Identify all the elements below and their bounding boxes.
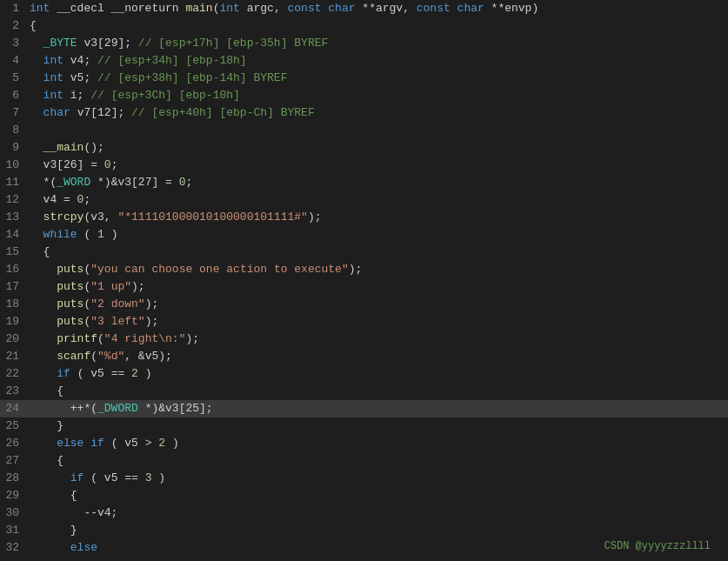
- line-number: 23: [0, 383, 26, 400]
- token-plain: ( v5 ==: [83, 471, 144, 484]
- token-cm: // [esp+38h] [ebp-14h] BYREF: [97, 71, 287, 84]
- token-kw: int: [43, 54, 63, 67]
- token-kw: char: [328, 2, 355, 15]
- token-plain: ;: [83, 193, 90, 206]
- line-content: puts("you can choose one action to execu…: [26, 261, 728, 278]
- token-plain: [30, 541, 70, 554]
- token-plain: ;: [111, 158, 118, 171]
- code-line: 10 v3[26] = 0;: [0, 157, 728, 174]
- token-str: "3 left": [90, 315, 144, 328]
- line-number: 6: [0, 87, 26, 104]
- line-number: 11: [0, 174, 26, 191]
- token-fn: puts: [57, 297, 83, 311]
- line-content: int i; // [esp+3Ch] [ebp-10h]: [26, 87, 728, 104]
- code-line: 28 if ( v5 == 3 ): [0, 470, 728, 487]
- line-content: {: [26, 244, 728, 261]
- token-kw: if: [70, 471, 84, 484]
- token-num: 2: [131, 367, 138, 380]
- token-plain: ( v5 >: [104, 437, 158, 450]
- line-content: *(_WORD *)&v3[27] = 0;: [26, 174, 728, 191]
- watermark: CSDN @yyyyzzzllll: [604, 540, 711, 552]
- line-content: {: [26, 17, 728, 35]
- token-plain: *(: [30, 176, 57, 189]
- token-plain: ++*(: [30, 402, 97, 415]
- token-fn: puts: [57, 263, 83, 276]
- token-type: _WORD: [57, 176, 90, 189]
- token-plain: *)&v3[27] =: [90, 176, 178, 189]
- line-number: 12: [0, 191, 26, 209]
- token-plain: **argv,: [356, 2, 417, 15]
- token-plain: [30, 437, 57, 450]
- token-kw: const: [417, 2, 451, 15]
- token-plain: [30, 71, 43, 84]
- line-number: 25: [0, 417, 26, 435]
- line-number: 32: [0, 539, 26, 557]
- code-container: 1int __cdecl __noreturn main(int argc, c…: [0, 0, 728, 561]
- token-plain: v4 =: [30, 193, 77, 206]
- code-lines: 1int __cdecl __noreturn main(int argc, c…: [0, 0, 728, 557]
- code-line: 27 {: [0, 452, 728, 470]
- token-num: 2: [158, 437, 165, 450]
- line-content: puts("3 left");: [26, 313, 728, 331]
- token-plain: --v4;: [30, 506, 117, 519]
- code-line: 26 else if ( v5 > 2 ): [0, 435, 728, 452]
- token-plain: {: [30, 19, 37, 32]
- line-number: 24: [0, 400, 26, 417]
- line-number: 1: [0, 0, 26, 17]
- line-number: 16: [0, 261, 26, 278]
- token-type: _DWORD: [97, 402, 138, 415]
- line-content: else if ( v5 > 2 ): [26, 435, 728, 452]
- line-content: puts("1 up");: [26, 278, 728, 296]
- token-cm: // [esp+17h] [ebp-35h] BYREF: [138, 37, 328, 50]
- code-line: 12 v4 = 0;: [0, 191, 728, 209]
- token-num: 0: [104, 158, 111, 171]
- token-plain: v5;: [63, 71, 97, 84]
- token-kw: char: [43, 106, 70, 119]
- token-kw: if: [90, 437, 104, 450]
- code-line: 14 while ( 1 ): [0, 226, 728, 244]
- token-plain: ( v5 ==: [70, 367, 131, 380]
- code-line: 23 {: [0, 383, 728, 400]
- token-fn: printf: [57, 332, 97, 345]
- code-line: 11 *(_WORD *)&v3[27] = 0;: [0, 174, 728, 191]
- line-content: {: [26, 383, 728, 400]
- token-kw: else: [57, 437, 83, 450]
- token-str: "%d": [97, 350, 124, 363]
- code-line: 21 scanf("%d", &v5);: [0, 348, 728, 365]
- code-line: 4 int v4; // [esp+34h] [ebp-18h]: [0, 52, 728, 70]
- token-plain: [451, 2, 458, 15]
- line-content: if ( v5 == 3 ): [26, 470, 728, 487]
- line-number: 31: [0, 522, 26, 539]
- code-line: 15 {: [0, 244, 728, 261]
- line-number: 17: [0, 278, 26, 296]
- line-number: 10: [0, 157, 26, 174]
- token-plain: [30, 297, 57, 311]
- code-line: 2{: [0, 17, 728, 35]
- token-kw: const: [287, 2, 321, 15]
- token-plain: [30, 332, 57, 345]
- token-plain: ): [104, 228, 118, 241]
- token-kw: int: [43, 71, 63, 84]
- token-num: 1: [97, 228, 104, 241]
- line-content: puts("2 down");: [26, 296, 728, 313]
- code-line: 16 puts("you can choose one action to ex…: [0, 261, 728, 278]
- token-plain: }: [30, 524, 77, 537]
- token-cm: // [esp+3Ch] [ebp-10h]: [90, 89, 240, 102]
- token-plain: );: [185, 332, 199, 345]
- line-content: if ( v5 == 2 ): [26, 365, 728, 383]
- line-number: 14: [0, 226, 26, 244]
- token-plain: [30, 54, 43, 67]
- token-plain: [30, 141, 43, 154]
- token-plain: [30, 280, 57, 293]
- line-number: 27: [0, 452, 26, 470]
- token-plain: ;: [185, 176, 192, 189]
- token-plain: v3[29];: [77, 37, 138, 50]
- code-line: 9 __main();: [0, 139, 728, 157]
- token-plain: (: [97, 332, 104, 345]
- line-number: 5: [0, 70, 26, 87]
- token-plain: (: [77, 228, 97, 241]
- token-plain: ): [151, 471, 165, 484]
- token-plain: );: [131, 280, 145, 293]
- token-kw: int: [219, 2, 239, 15]
- code-line: 30 --v4;: [0, 504, 728, 522]
